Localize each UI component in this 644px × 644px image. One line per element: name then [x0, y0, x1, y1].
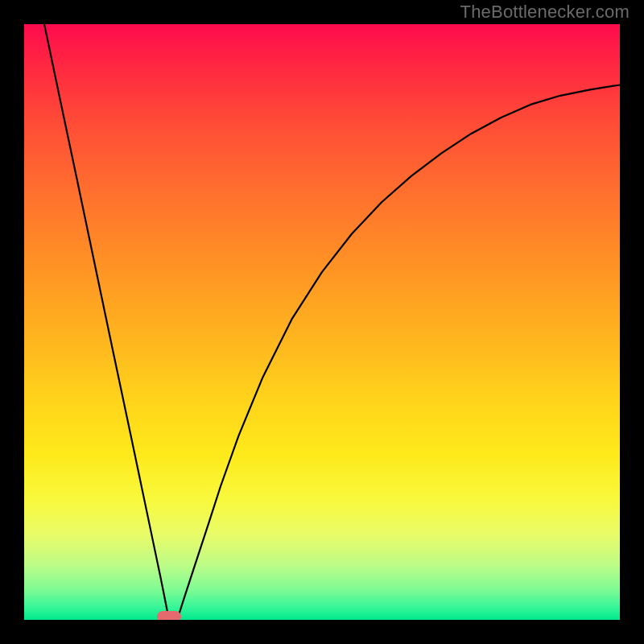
- chart-frame: TheBottleneсker.com: [0, 0, 644, 644]
- optimal-marker: [157, 611, 181, 620]
- watermark-text: TheBottleneсker.com: [460, 2, 630, 23]
- bottleneck-curve-path: [44, 24, 620, 620]
- bottleneck-curve: [24, 24, 620, 620]
- plot-area: [24, 24, 620, 620]
